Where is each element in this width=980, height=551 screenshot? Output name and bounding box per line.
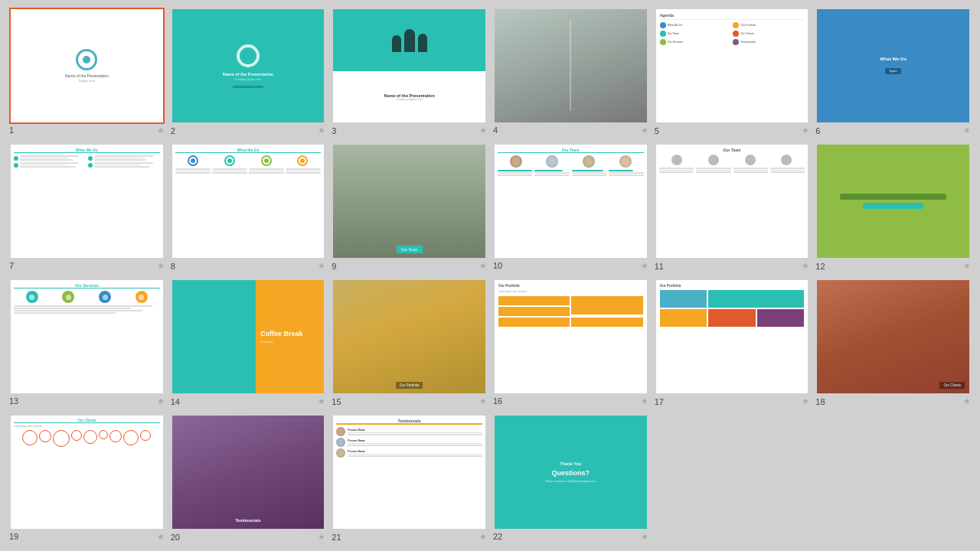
slide-number-8: 8 [171,262,175,271]
slide-thumb-14[interactable]: Coffee Break 15 minutes [171,279,326,395]
s5-item-2: Our Portfolio [740,24,756,27]
slide-thumb-15[interactable]: Our Portfolio [332,279,487,395]
star-icon-22[interactable]: ★ [641,532,648,542]
slide-cell-3: Name of the Presentation Company Tagline… [332,8,487,137]
star-icon-3[interactable]: ★ [479,126,487,135]
slide-thumb-11[interactable]: Our Team [655,143,810,259]
s5-item-4: Our Clients [740,32,754,35]
star-icon-1[interactable]: ★ [157,126,165,135]
slide-number-1: 1 [9,126,14,135]
slide-cell-8: What We Do 8 ★ [171,143,326,272]
slide-cell-6: What We Do Tagline 6 ★ [815,8,971,137]
slide-cell-20: Testimonials 20 ★ [171,414,326,543]
slide-thumb-8[interactable]: What We Do [171,143,326,259]
star-icon-8[interactable]: ★ [318,261,325,271]
slide-cell-7: What We Do 7 ★ [9,143,165,272]
s5-item-3: Our Team [668,32,679,35]
slide15-label: Our Portfolio [396,382,423,389]
slide3-sub: Company Tagline here [338,98,481,101]
slide-cell-9: Our Team 9 ★ [332,143,487,272]
slide-number-22: 22 [493,532,502,541]
star-icon-13[interactable]: ★ [157,396,165,406]
slide-cell-14: Coffee Break 15 minutes 14 ★ [171,279,326,408]
slide-number-9: 9 [332,262,336,271]
slide-thumb-19[interactable]: Our Clients Lorem ipsum dolor sit amet..… [9,414,165,530]
slide-thumb-13[interactable]: Our Services [9,279,165,395]
slide-thumb-6[interactable]: What We Do Tagline [815,8,971,124]
coffee-break-sub: 15 minutes [260,341,273,344]
slide-number-14: 14 [171,397,180,406]
slide-cell-17: Our Portfolio 17 ★ [655,279,810,408]
slide-cell-1: Name of the Presentation Tagline here 1 … [9,8,165,137]
slide-number-13: 13 [9,396,18,406]
star-icon-12[interactable]: ★ [963,261,971,271]
slide-thumb-22[interactable]: Thank You Questions? Please contact us i… [493,414,648,530]
slide-thumb-17[interactable]: Our Portfolio [655,279,810,395]
star-icon-4[interactable]: ★ [641,126,648,135]
slide-number-15: 15 [332,397,341,406]
star-icon-5[interactable]: ★ [802,126,809,135]
star-icon-9[interactable]: ★ [479,261,487,271]
slide9-label: Our Team [397,246,423,253]
star-icon-18[interactable]: ★ [963,396,971,406]
slide-thumb-12[interactable] [815,143,971,259]
slide-thumb-20[interactable]: Testimonials [171,414,326,530]
slide-number-18: 18 [815,397,825,406]
slide-cell-22: Thank You Questions? Please contact us i… [493,414,648,543]
star-icon-17[interactable]: ★ [802,396,809,406]
slide-cell-15: Our Portfolio 15 ★ [332,279,487,408]
slide-thumb-18[interactable]: Our Clients [815,279,971,395]
coffee-break-text: Coffee Break [260,330,303,339]
slide-number-17: 17 [655,397,664,406]
slide-cell-2: Name of the Presentation Company Tagline… [171,8,326,137]
slide21-title: Testimonials [336,419,482,425]
slide-thumb-3[interactable]: Name of the Presentation Company Tagline… [332,8,487,124]
slide-thumb-9[interactable]: Our Team [332,143,487,259]
slide-thumb-21[interactable]: Testimonials Person Name Person Name Per… [332,414,487,530]
slide-number-10: 10 [493,261,502,270]
s5-item-1: What We Do [668,24,683,27]
slide-number-21: 21 [332,533,341,542]
slide-thumb-1[interactable]: Name of the Presentation Tagline here [9,8,165,124]
slide-cell-5: Agenda What We Do Our Portfolio Our Team… [655,8,810,137]
s5-item-6: Testimonials [740,41,755,44]
slide-number-6: 6 [815,126,820,135]
slide-cell-18: Our Clients 18 ★ [815,279,971,408]
s5-item-5: Our Services [668,41,683,44]
slide5-title: Agenda [660,13,805,20]
star-icon-10[interactable]: ★ [641,261,648,271]
slide2-title: Name of the Presentation [223,72,273,77]
slide-number-4: 4 [493,126,498,135]
slide-thumb-2[interactable]: Name of the Presentation Company Tagline… [171,8,326,124]
slide-cell-16: Our Portfolio Lorem ipsum dolor sit amet… [493,279,648,408]
slide-cell-11: Our Team 11 ★ [655,143,810,272]
slide-number-11: 11 [655,262,664,271]
slide-cell-19: Our Clients Lorem ipsum dolor sit amet..… [9,414,165,543]
star-icon-19[interactable]: ★ [157,532,165,542]
star-icon-11[interactable]: ★ [802,261,809,271]
star-icon-14[interactable]: ★ [318,396,325,406]
slide18-label: Our Clients [939,382,965,389]
slide6-title: What We Do [880,57,906,61]
star-icon-6[interactable]: ★ [963,126,971,135]
slide-grid: Name of the Presentation Tagline here 1 … [0,0,980,551]
slide-cell-10: Our Team 10 ★ [493,143,648,272]
star-icon-20[interactable]: ★ [318,532,325,542]
star-icon-2[interactable]: ★ [318,126,325,135]
slide-thumb-10[interactable]: Our Team [493,143,648,259]
slide-thumb-16[interactable]: Our Portfolio Lorem ipsum dolor sit amet… [493,279,648,395]
star-icon-21[interactable]: ★ [479,532,487,542]
slide-cell-12: 12 ★ [815,143,971,272]
slide22-ques: Questions? [552,469,590,477]
slide-cell-4: 4 ★ [493,8,648,137]
slide1-sub: Tagline here [78,79,95,83]
slide22-sub: Please contact us info@yourcompany.com [545,480,596,483]
star-icon-15[interactable]: ★ [479,396,487,406]
slide20-label: Testimonials [235,518,260,523]
slide22-thanks: Thank You [560,461,582,466]
slide-thumb-5[interactable]: Agenda What We Do Our Portfolio Our Team… [655,8,810,124]
star-icon-16[interactable]: ★ [641,396,648,406]
slide-thumb-7[interactable]: What We Do [9,143,165,259]
star-icon-7[interactable]: ★ [157,261,165,271]
slide-thumb-4[interactable] [493,8,648,124]
